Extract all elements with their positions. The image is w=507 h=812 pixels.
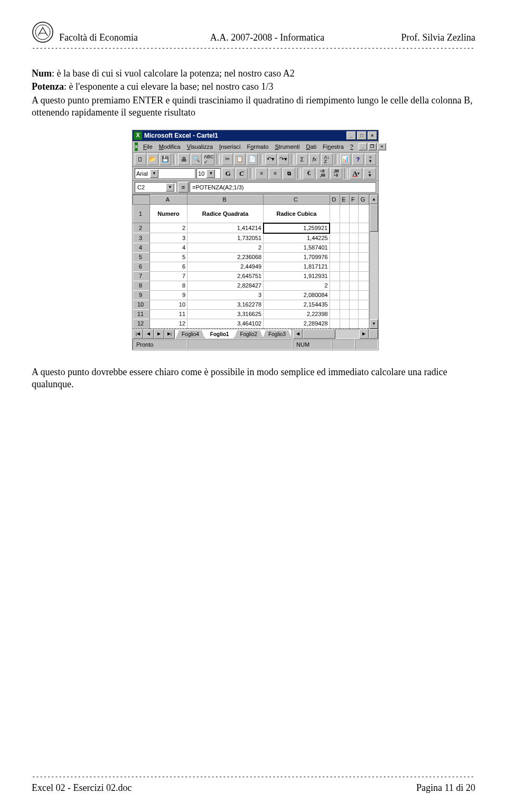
- row-header[interactable]: 9: [133, 290, 150, 300]
- col-header-f[interactable]: F: [349, 195, 358, 204]
- cell[interactable]: [358, 262, 369, 271]
- cell[interactable]: [349, 281, 358, 290]
- cell[interactable]: [330, 271, 340, 281]
- col-header-e[interactable]: E: [340, 195, 349, 204]
- col-header-c[interactable]: C: [264, 195, 330, 204]
- open-button[interactable]: 📂: [147, 154, 159, 165]
- format-options-button[interactable]: »▾: [363, 168, 376, 179]
- cell[interactable]: 1,414214: [187, 223, 264, 233]
- cell[interactable]: 6: [150, 262, 187, 271]
- cell[interactable]: 2: [187, 243, 264, 252]
- cell[interactable]: [358, 233, 369, 243]
- cell[interactable]: [349, 204, 358, 223]
- equals-button[interactable]: =: [178, 182, 189, 193]
- new-button[interactable]: 🗋: [135, 154, 146, 165]
- doc-minimize-button[interactable]: _: [359, 143, 367, 150]
- cell[interactable]: [349, 252, 358, 262]
- active-cell[interactable]: 1,259921: [264, 223, 330, 233]
- cell[interactable]: 2,828427: [187, 281, 264, 290]
- cell[interactable]: [349, 271, 358, 281]
- col-header-a[interactable]: A: [150, 195, 187, 204]
- scroll-down-button[interactable]: ▼: [370, 319, 378, 329]
- cell[interactable]: [330, 290, 340, 300]
- cell[interactable]: 3,162278: [187, 300, 264, 309]
- italic-button[interactable]: C: [236, 168, 248, 179]
- font-color-button[interactable]: A▾: [350, 168, 362, 179]
- cell[interactable]: [330, 300, 340, 309]
- cell[interactable]: 5: [150, 252, 187, 262]
- cell[interactable]: [349, 262, 358, 271]
- cell[interactable]: 2,645751: [187, 271, 264, 281]
- cell[interactable]: [358, 204, 369, 223]
- row-header[interactable]: 12: [133, 319, 150, 328]
- help-button[interactable]: ?: [352, 154, 364, 165]
- scroll-up-button[interactable]: ▲: [370, 195, 378, 204]
- cell[interactable]: [330, 281, 340, 290]
- cell[interactable]: 3,464102: [187, 319, 264, 328]
- cell[interactable]: [330, 262, 340, 271]
- cell[interactable]: [330, 319, 340, 328]
- resize-grip[interactable]: [369, 329, 378, 339]
- name-box[interactable]: C2 ▼: [135, 182, 177, 193]
- menu-inserisci[interactable]: Inserisci: [216, 143, 243, 150]
- cell[interactable]: [330, 309, 340, 319]
- cell[interactable]: 10: [150, 300, 187, 309]
- cell[interactable]: [340, 223, 349, 233]
- autosum-button[interactable]: Σ: [296, 154, 308, 165]
- cell[interactable]: [358, 281, 369, 290]
- close-button[interactable]: ×: [368, 131, 377, 140]
- cell[interactable]: [340, 243, 349, 252]
- cell[interactable]: [340, 309, 349, 319]
- font-name-combo[interactable]: Arial ▼: [135, 168, 195, 179]
- cell[interactable]: 2,22398: [264, 309, 330, 319]
- cell[interactable]: [349, 319, 358, 328]
- toolbar-options-button[interactable]: »▾: [365, 154, 377, 165]
- tab-first-button[interactable]: |◀: [133, 329, 143, 339]
- function-button[interactable]: fx: [309, 154, 321, 165]
- cell[interactable]: 2: [150, 223, 187, 233]
- cell[interactable]: 3: [187, 290, 264, 300]
- tab-prev-button[interactable]: ◀: [143, 329, 154, 339]
- align-left-button[interactable]: ≡: [255, 168, 268, 179]
- cell[interactable]: [358, 223, 369, 233]
- cell[interactable]: 11: [150, 309, 187, 319]
- cell[interactable]: 3,316625: [187, 309, 264, 319]
- menu-formato[interactable]: Formato: [243, 143, 271, 150]
- currency-button[interactable]: €: [303, 168, 315, 179]
- row-header[interactable]: 11: [133, 309, 150, 319]
- sheet-tab[interactable]: Foglio3: [262, 330, 292, 339]
- cell[interactable]: [330, 252, 340, 262]
- cell[interactable]: 9: [150, 290, 187, 300]
- merge-center-button[interactable]: ⧉: [283, 168, 295, 179]
- row-header[interactable]: 5: [133, 252, 150, 262]
- undo-button[interactable]: ↶▾: [265, 154, 277, 165]
- cell[interactable]: [349, 290, 358, 300]
- scroll-left-button[interactable]: ◀: [293, 329, 303, 339]
- cell[interactable]: 1,912931: [264, 271, 330, 281]
- scroll-right-button[interactable]: ▶: [359, 329, 369, 339]
- formula-input[interactable]: =POTENZA(A2;1/3): [190, 182, 376, 193]
- cell[interactable]: [358, 271, 369, 281]
- cell[interactable]: [358, 290, 369, 300]
- cell[interactable]: [340, 204, 349, 223]
- row-header[interactable]: 6: [133, 262, 150, 271]
- minimize-button[interactable]: _: [346, 131, 356, 140]
- cell[interactable]: [330, 233, 340, 243]
- cell[interactable]: [340, 290, 349, 300]
- cell[interactable]: [340, 281, 349, 290]
- bold-button[interactable]: G: [222, 168, 234, 179]
- menu-finestra[interactable]: Finestra: [320, 143, 347, 150]
- chart-button[interactable]: 📊: [340, 154, 352, 165]
- cell[interactable]: 12: [150, 319, 187, 328]
- cell[interactable]: 1,587401: [264, 243, 330, 252]
- cell[interactable]: 4: [150, 243, 187, 252]
- cell[interactable]: [349, 233, 358, 243]
- vertical-scrollbar[interactable]: ▲ ▼: [369, 195, 378, 329]
- horizontal-scrollbar[interactable]: ◀ ▶: [293, 329, 378, 339]
- cell[interactable]: [340, 262, 349, 271]
- paste-button[interactable]: 📄: [247, 154, 258, 165]
- cell[interactable]: 7: [150, 271, 187, 281]
- menu-strumenti[interactable]: Strumenti: [271, 143, 303, 150]
- cut-button[interactable]: ✂: [222, 154, 233, 165]
- increase-decimal-button[interactable]: +0,00: [316, 168, 329, 179]
